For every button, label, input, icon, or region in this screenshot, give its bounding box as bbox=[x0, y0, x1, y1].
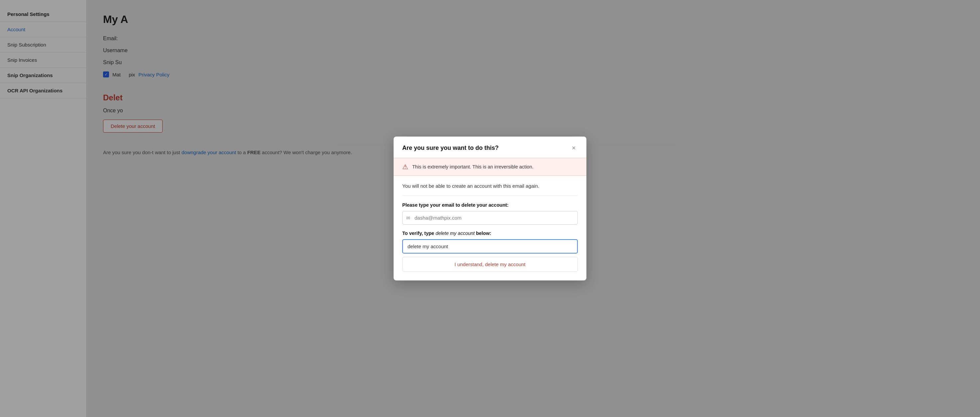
email-input-wrapper: ✉ bbox=[402, 211, 578, 225]
verify-input[interactable] bbox=[402, 239, 578, 254]
confirm-delete-button[interactable]: I understand, delete my account bbox=[402, 257, 578, 272]
warning-triangle-icon: ⚠ bbox=[402, 163, 408, 171]
modal-info-text: You will not be able to create an accoun… bbox=[402, 183, 578, 196]
email-input[interactable] bbox=[402, 211, 578, 225]
modal-overlay[interactable]: Are you sure you want to do this? × ⚠ Th… bbox=[0, 0, 980, 417]
page-wrapper: Personal Settings Account Snip Subscript… bbox=[0, 0, 980, 417]
verify-italic-text: delete my account bbox=[436, 231, 475, 236]
email-field-label: Please type your email to delete your ac… bbox=[402, 202, 578, 208]
modal-close-button[interactable]: × bbox=[570, 144, 578, 152]
modal-dialog: Are you sure you want to do this? × ⚠ Th… bbox=[394, 136, 586, 281]
envelope-icon: ✉ bbox=[406, 215, 410, 220]
modal-title: Are you sure you want to do this? bbox=[402, 144, 499, 152]
modal-header: Are you sure you want to do this? × bbox=[394, 136, 586, 158]
modal-body: You will not be able to create an accoun… bbox=[394, 176, 586, 281]
warning-text: This is extremely important. This is an … bbox=[412, 164, 533, 170]
verify-field-label: To verify, type delete my account below: bbox=[402, 231, 578, 236]
modal-warning-banner: ⚠ This is extremely important. This is a… bbox=[394, 158, 586, 176]
